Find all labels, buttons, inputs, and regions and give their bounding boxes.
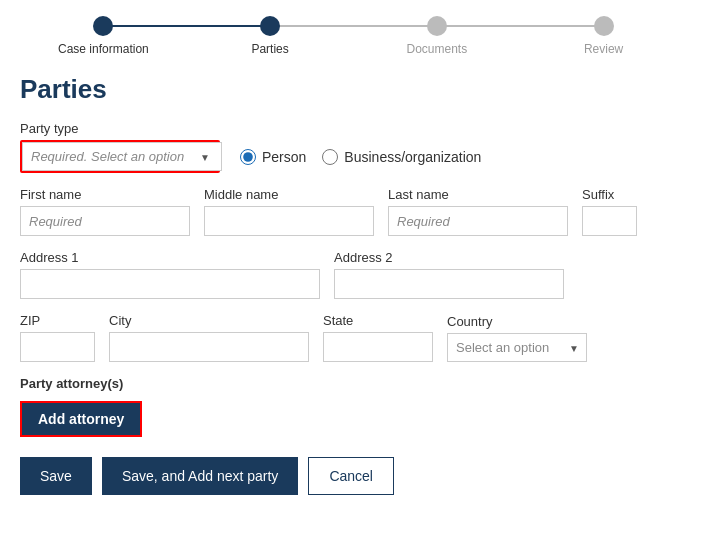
step-review: Review xyxy=(520,16,687,56)
location-row: ZIP City State Country Select an option xyxy=(20,313,687,362)
step-connector-2 xyxy=(270,25,437,27)
step-dot-case-information xyxy=(93,16,113,36)
state-input[interactable] xyxy=(323,332,433,362)
step-case-information: Case information xyxy=(20,16,187,56)
radio-business-input[interactable] xyxy=(322,149,338,165)
city-input[interactable] xyxy=(109,332,309,362)
progress-bar: Case information Parties Documents Revie… xyxy=(0,0,707,64)
zip-input[interactable] xyxy=(20,332,95,362)
party-type-section: Party type Required. Select an option Pe… xyxy=(20,121,687,173)
address-row: Address 1 Address 2 xyxy=(20,250,687,299)
address2-label: Address 2 xyxy=(334,250,564,265)
step-dot-parties xyxy=(260,16,280,36)
country-select-wrapper: Select an option xyxy=(447,333,587,362)
radio-person-label: Person xyxy=(262,149,306,165)
save-button[interactable]: Save xyxy=(20,457,92,495)
last-name-label: Last name xyxy=(388,187,568,202)
first-name-field: First name xyxy=(20,187,190,236)
radio-business-label: Business/organization xyxy=(344,149,481,165)
save-add-next-button[interactable]: Save, and Add next party xyxy=(102,457,298,495)
suffix-label: Suffix xyxy=(582,187,637,202)
radio-business[interactable]: Business/organization xyxy=(322,149,481,165)
last-name-field: Last name xyxy=(388,187,568,236)
step-label-parties: Parties xyxy=(251,42,288,56)
first-name-input[interactable] xyxy=(20,206,190,236)
step-label-case-information: Case information xyxy=(58,42,149,56)
middle-name-field: Middle name xyxy=(204,187,374,236)
radio-person-input[interactable] xyxy=(240,149,256,165)
party-type-label: Party type xyxy=(20,121,687,136)
cancel-button[interactable]: Cancel xyxy=(308,457,394,495)
last-name-input[interactable] xyxy=(388,206,568,236)
party-type-select[interactable]: Required. Select an option xyxy=(22,142,222,171)
state-label: State xyxy=(323,313,433,328)
address1-input[interactable] xyxy=(20,269,320,299)
country-select[interactable]: Select an option xyxy=(447,333,587,362)
step-dot-review xyxy=(594,16,614,36)
party-attorney-label: Party attorney(s) xyxy=(20,376,687,391)
page-title: Parties xyxy=(20,74,687,105)
name-row: First name Middle name Last name Suffix xyxy=(20,187,687,236)
step-connector-1 xyxy=(103,25,270,27)
add-attorney-button[interactable]: Add attorney xyxy=(20,401,142,437)
first-name-label: First name xyxy=(20,187,190,202)
address1-field: Address 1 xyxy=(20,250,320,299)
suffix-input[interactable] xyxy=(582,206,637,236)
city-label: City xyxy=(109,313,309,328)
step-documents: Documents xyxy=(354,16,521,56)
party-type-select-wrapper: Required. Select an option xyxy=(20,140,220,173)
country-label: Country xyxy=(447,314,587,329)
radio-person[interactable]: Person xyxy=(240,149,306,165)
middle-name-label: Middle name xyxy=(204,187,374,202)
city-field: City xyxy=(109,313,309,362)
step-dot-documents xyxy=(427,16,447,36)
address2-input[interactable] xyxy=(334,269,564,299)
party-attorney-section: Party attorney(s) Add attorney xyxy=(20,376,687,437)
suffix-field: Suffix xyxy=(582,187,637,236)
party-type-row: Required. Select an option Person Busine… xyxy=(20,140,687,173)
address2-field: Address 2 xyxy=(334,250,564,299)
step-parties: Parties xyxy=(187,16,354,56)
person-type-radio-group: Person Business/organization xyxy=(240,149,481,165)
country-field: Country Select an option xyxy=(447,314,587,362)
bottom-buttons: Save Save, and Add next party Cancel xyxy=(20,457,687,495)
address1-label: Address 1 xyxy=(20,250,320,265)
step-connector-3 xyxy=(437,25,604,27)
step-label-review: Review xyxy=(584,42,623,56)
state-field: State xyxy=(323,313,433,362)
zip-label: ZIP xyxy=(20,313,95,328)
main-content: Parties Party type Required. Select an o… xyxy=(0,74,707,515)
step-label-documents: Documents xyxy=(407,42,468,56)
middle-name-input[interactable] xyxy=(204,206,374,236)
zip-field: ZIP xyxy=(20,313,95,362)
